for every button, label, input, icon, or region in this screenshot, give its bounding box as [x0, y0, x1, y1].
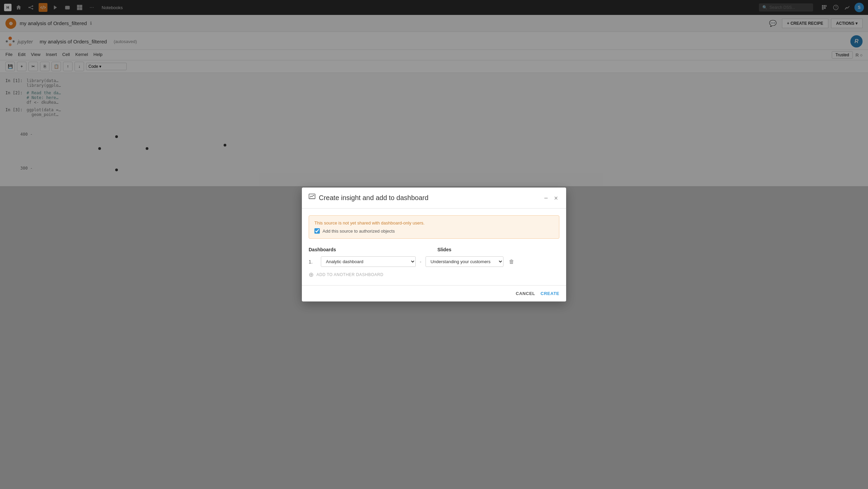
warning-text: This source is not yet shared with dashb…: [314, 220, 554, 226]
create-button[interactable]: CREATE: [541, 291, 559, 296]
modal-title: Create insight and add to dashboard: [319, 194, 539, 202]
page-background: ⊕ my analysis of Orders_filtered ℹ 💬 + C…: [0, 15, 868, 489]
modal-close-button[interactable]: ×: [553, 195, 559, 201]
modal-footer: CANCEL CREATE: [302, 285, 566, 301]
delete-row-button-1[interactable]: 🗑: [508, 257, 516, 266]
authorize-checkbox-row[interactable]: Add this source to authorized objects: [314, 228, 554, 234]
modal-header: Create insight and add to dashboard − ×: [302, 188, 566, 209]
authorize-checkbox[interactable]: [314, 228, 320, 234]
create-insight-modal: Create insight and add to dashboard − × …: [302, 188, 566, 301]
section-headers: Dashboards Slides: [309, 247, 559, 252]
warning-box: This source is not yet shared with dashb…: [309, 215, 559, 239]
modal-body: This source is not yet shared with dashb…: [302, 209, 566, 285]
modal-chart-icon: [309, 194, 315, 202]
row-number-1: 1.: [309, 259, 317, 265]
dashboard-select-1[interactable]: Analytic dashboard: [321, 256, 416, 267]
cancel-button[interactable]: CANCEL: [516, 291, 535, 296]
dashboards-header: Dashboards: [309, 247, 437, 252]
dash-separator: -: [420, 259, 421, 265]
dashboard-row-1: 1. Analytic dashboard - Understanding yo…: [309, 256, 559, 267]
add-dashboard-label: ADD TO ANOTHER DASHBOARD: [316, 272, 384, 277]
modal-overlay: Create insight and add to dashboard − × …: [0, 15, 868, 489]
authorize-label: Add this source to authorized objects: [323, 229, 395, 234]
add-dashboard-row[interactable]: ⊕ ADD TO ANOTHER DASHBOARD: [309, 271, 559, 278]
modal-minimize-button[interactable]: −: [543, 195, 550, 201]
slides-select-1[interactable]: Understanding your customers: [426, 256, 503, 267]
add-circle-icon: ⊕: [309, 271, 314, 278]
slides-header: Slides: [437, 247, 451, 252]
